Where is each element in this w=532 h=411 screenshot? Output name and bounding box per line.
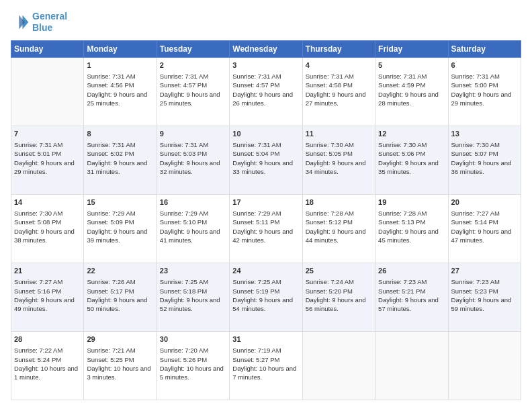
calendar-cell: 11Sunrise: 7:30 AMSunset: 5:05 PMDayligh… [302, 126, 375, 194]
day-number: 11 [306, 129, 372, 139]
day-number: 4 [306, 60, 372, 71]
daylight-text: Daylight: 9 hours and 25 minutes. [160, 90, 226, 108]
calendar-cell: 28Sunrise: 7:22 AMSunset: 5:24 PMDayligh… [11, 331, 84, 400]
daylight-text: Daylight: 9 hours and 39 minutes. [87, 227, 153, 245]
day-number: 24 [232, 266, 299, 276]
sunrise-text: Sunrise: 7:27 AM [451, 209, 518, 218]
day-number: 10 [232, 129, 299, 139]
day-number: 29 [87, 334, 153, 345]
calendar-cell [375, 331, 448, 400]
sunrise-text: Sunrise: 7:29 AM [232, 209, 299, 218]
sunset-text: Sunset: 4:57 PM [160, 81, 226, 89]
sunset-text: Sunset: 5:01 PM [14, 149, 81, 158]
calendar-cell: 15Sunrise: 7:29 AMSunset: 5:09 PMDayligh… [84, 194, 157, 263]
daylight-text: Daylight: 9 hours and 49 minutes. [14, 295, 81, 314]
sunrise-text: Sunrise: 7:31 AM [451, 72, 518, 81]
calendar-cell: 6Sunrise: 7:31 AMSunset: 5:00 PMDaylight… [448, 57, 521, 126]
sunrise-text: Sunrise: 7:29 AM [160, 209, 226, 218]
sunset-text: Sunset: 5:25 PM [87, 355, 153, 364]
day-number: 7 [14, 129, 81, 139]
daylight-text: Daylight: 9 hours and 57 minutes. [378, 295, 445, 314]
calendar-cell: 9Sunrise: 7:31 AMSunset: 5:03 PMDaylight… [157, 126, 229, 194]
sunrise-text: Sunrise: 7:31 AM [306, 72, 372, 81]
sunset-text: Sunset: 5:03 PM [160, 149, 226, 158]
day-number: 6 [451, 60, 518, 71]
daylight-text: Daylight: 10 hours and 7 minutes. [232, 364, 299, 382]
calendar-cell: 27Sunrise: 7:23 AMSunset: 5:23 PMDayligh… [448, 263, 521, 331]
daylight-text: Daylight: 9 hours and 50 minutes. [87, 295, 153, 314]
sunset-text: Sunset: 5:26 PM [160, 355, 226, 364]
header-cell-tuesday: Tuesday [157, 40, 229, 57]
day-number: 1 [87, 60, 153, 71]
day-number: 8 [87, 129, 153, 139]
daylight-text: Daylight: 9 hours and 25 minutes. [87, 90, 153, 108]
calendar-cell: 14Sunrise: 7:30 AMSunset: 5:08 PMDayligh… [11, 194, 84, 263]
day-number: 12 [378, 129, 445, 139]
sunrise-text: Sunrise: 7:20 AM [160, 346, 226, 355]
sunrise-text: Sunrise: 7:31 AM [232, 140, 299, 149]
sunrise-text: Sunrise: 7:31 AM [378, 72, 445, 81]
sunset-text: Sunset: 5:17 PM [87, 287, 153, 295]
sunrise-text: Sunrise: 7:25 AM [160, 277, 226, 286]
daylight-text: Daylight: 9 hours and 27 minutes. [306, 90, 372, 108]
header-cell-wednesday: Wednesday [230, 40, 302, 57]
calendar-cell: 13Sunrise: 7:30 AMSunset: 5:07 PMDayligh… [448, 126, 521, 194]
day-number: 14 [14, 197, 81, 208]
sunset-text: Sunset: 4:59 PM [378, 81, 445, 89]
sunrise-text: Sunrise: 7:31 AM [160, 72, 226, 81]
day-number: 30 [160, 334, 226, 345]
header-cell-monday: Monday [84, 40, 157, 57]
calendar-cell: 12Sunrise: 7:30 AMSunset: 5:06 PMDayligh… [375, 126, 448, 194]
day-number: 21 [14, 266, 81, 276]
day-number: 26 [378, 266, 445, 276]
calendar-cell: 23Sunrise: 7:25 AMSunset: 5:18 PMDayligh… [157, 263, 229, 331]
daylight-text: Daylight: 9 hours and 47 minutes. [451, 227, 518, 245]
sunset-text: Sunset: 5:13 PM [378, 218, 445, 226]
calendar-cell: 5Sunrise: 7:31 AMSunset: 4:59 PMDaylight… [375, 57, 448, 126]
day-number: 13 [451, 129, 518, 139]
calendar-cell: 26Sunrise: 7:23 AMSunset: 5:21 PMDayligh… [375, 263, 448, 331]
sunset-text: Sunset: 5:07 PM [451, 149, 518, 158]
daylight-text: Daylight: 10 hours and 3 minutes. [87, 364, 153, 382]
daylight-text: Daylight: 9 hours and 38 minutes. [14, 227, 81, 245]
day-number: 2 [160, 60, 226, 71]
header-cell-thursday: Thursday [302, 40, 375, 57]
daylight-text: Daylight: 9 hours and 29 minutes. [14, 158, 81, 177]
week-row-2: 7Sunrise: 7:31 AMSunset: 5:01 PMDaylight… [11, 126, 521, 194]
calendar-cell: 31Sunrise: 7:19 AMSunset: 5:27 PMDayligh… [230, 331, 302, 400]
logo-text: General Blue [32, 11, 67, 34]
calendar-cell: 24Sunrise: 7:25 AMSunset: 5:19 PMDayligh… [230, 263, 302, 331]
logo: General Blue [11, 11, 67, 34]
week-row-4: 21Sunrise: 7:27 AMSunset: 5:16 PMDayligh… [11, 263, 521, 331]
sunrise-text: Sunrise: 7:27 AM [14, 277, 81, 286]
day-number: 9 [160, 129, 226, 139]
day-number: 22 [87, 266, 153, 276]
calendar-table: SundayMondayTuesdayWednesdayThursdayFrid… [11, 40, 521, 400]
calendar-cell: 18Sunrise: 7:28 AMSunset: 5:12 PMDayligh… [302, 194, 375, 263]
header: General Blue [11, 11, 521, 34]
daylight-text: Daylight: 9 hours and 56 minutes. [306, 295, 372, 314]
sunrise-text: Sunrise: 7:31 AM [87, 72, 153, 81]
daylight-text: Daylight: 9 hours and 35 minutes. [378, 158, 445, 177]
sunset-text: Sunset: 5:04 PM [232, 149, 299, 158]
sunrise-text: Sunrise: 7:25 AM [232, 277, 299, 286]
day-number: 31 [232, 334, 299, 345]
sunset-text: Sunset: 5:09 PM [87, 218, 153, 226]
daylight-text: Daylight: 9 hours and 32 minutes. [160, 158, 226, 177]
calendar-cell: 2Sunrise: 7:31 AMSunset: 4:57 PMDaylight… [157, 57, 229, 126]
sunrise-text: Sunrise: 7:29 AM [87, 209, 153, 218]
sunset-text: Sunset: 5:18 PM [160, 287, 226, 295]
header-cell-friday: Friday [375, 40, 448, 57]
day-number: 19 [378, 197, 445, 208]
day-number: 5 [378, 60, 445, 71]
sunrise-text: Sunrise: 7:30 AM [378, 140, 445, 149]
daylight-text: Daylight: 9 hours and 52 minutes. [160, 295, 226, 314]
daylight-text: Daylight: 10 hours and 5 minutes. [160, 364, 226, 382]
daylight-text: Daylight: 9 hours and 44 minutes. [306, 227, 372, 245]
sunset-text: Sunset: 5:20 PM [306, 287, 372, 295]
calendar-cell: 22Sunrise: 7:26 AMSunset: 5:17 PMDayligh… [84, 263, 157, 331]
day-number: 25 [306, 266, 372, 276]
sunset-text: Sunset: 5:24 PM [14, 355, 81, 364]
calendar-body: 1Sunrise: 7:31 AMSunset: 4:56 PMDaylight… [11, 57, 521, 400]
daylight-text: Daylight: 9 hours and 45 minutes. [378, 227, 445, 245]
